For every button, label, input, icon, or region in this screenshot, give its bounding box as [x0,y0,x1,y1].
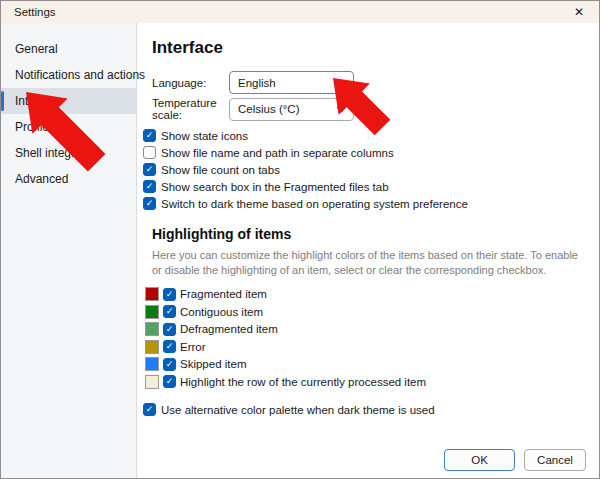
language-label: Language: [152,77,229,89]
option-label: Show file count on tabs [161,164,280,176]
checkbox[interactable]: ✓ [143,163,156,176]
interface-options: ✓ Show state icons Show file name and pa… [143,127,599,212]
temperature-select[interactable]: Celsius (°C) [229,98,354,121]
language-select[interactable]: English [229,71,354,94]
sidebar-item[interactable]: Interface [1,88,136,114]
sidebar-item[interactable]: Profiles [1,114,136,140]
checkbox[interactable] [143,146,156,159]
chevron-down-icon [337,103,347,113]
checkbox[interactable]: ✓ [163,323,176,336]
option-label: Show state icons [161,130,248,142]
sidebar-item-label: General [15,42,58,56]
sidebar-item-label: Advanced [15,172,68,186]
highlight-row: ✓ Error [145,339,599,354]
checkbox[interactable]: ✓ [163,340,176,353]
color-swatch[interactable] [145,357,159,371]
option-row[interactable]: ✓ Switch to dark theme based on operatin… [143,195,599,212]
checkbox[interactable]: ✓ [143,129,156,142]
alt-palette-label: Use alternative color palette when dark … [161,404,435,416]
highlight-label: Contiguous item [180,306,263,318]
sidebar-item[interactable]: Notifications and actions [1,62,136,88]
highlight-items: ✓ Fragmented item ✓ Contiguous item ✓ De… [145,287,599,390]
ok-button[interactable]: OK [444,449,515,471]
option-row[interactable]: Show file name and path in separate colu… [143,144,599,161]
highlight-label: Defragmented item [180,323,278,335]
color-swatch[interactable] [145,322,159,336]
window-body: General Notifications and actions Interf… [1,23,599,478]
temperature-row: Temperature scale: Celsius (°C) [152,97,599,121]
cancel-button[interactable]: Cancel [524,449,586,471]
window-title: Settings [14,6,56,18]
chevron-down-icon [337,76,347,86]
sidebar-item[interactable]: Shell integration [1,140,136,166]
close-button[interactable]: ✕ [559,1,599,23]
sidebar: General Notifications and actions Interf… [1,23,137,478]
option-row[interactable]: ✓ Show search box in the Fragmented file… [143,178,599,195]
highlight-row: ✓ Contiguous item [145,304,599,319]
highlight-row: ✓ Defragmented item [145,322,599,337]
option-label: Show file name and path in separate colu… [161,147,394,159]
highlight-row: ✓ Skipped item [145,357,599,372]
color-swatch[interactable] [145,375,159,389]
sidebar-item-label: Interface [15,94,62,108]
highlight-label: Fragmented item [180,288,267,300]
highlight-label: Highlight the row of the currently proce… [180,376,426,388]
option-row[interactable]: ✓ Show state icons [143,127,599,144]
title-bar: Settings ✕ [1,1,599,23]
language-value: English [238,77,276,89]
checkbox[interactable]: ✓ [163,358,176,371]
sidebar-item-label: Notifications and actions [15,68,145,82]
language-row: Language: English [152,71,599,94]
color-swatch[interactable] [145,287,159,301]
alt-palette-row[interactable]: ✓ Use alternative color palette when dar… [143,403,599,416]
main-panel: Interface Language: English Temperature … [137,23,599,478]
highlight-label: Error [180,341,206,353]
checkbox[interactable]: ✓ [143,197,156,210]
temperature-value: Celsius (°C) [238,103,299,115]
checkbox[interactable]: ✓ [163,288,176,301]
settings-window: Settings ✕ General Notifications and act… [0,0,600,479]
option-label: Show search box in the Fragmented files … [161,181,389,193]
checkbox[interactable]: ✓ [143,403,156,416]
color-swatch[interactable] [145,305,159,319]
checkbox[interactable]: ✓ [163,305,176,318]
option-label: Switch to dark theme based on operating … [161,198,468,210]
highlighting-description: Here you can customize the highlight col… [152,248,589,278]
highlight-row: ✓ Highlight the row of the currently pro… [145,374,599,389]
highlight-label: Skipped item [180,358,246,370]
highlighting-section-title: Highlighting of items [152,226,599,242]
highlight-row: ✓ Fragmented item [145,287,599,302]
sidebar-item[interactable]: Advanced [1,166,136,192]
color-swatch[interactable] [145,340,159,354]
dialog-footer: OK Cancel [444,449,586,471]
sidebar-item-label: Profiles [15,120,55,134]
checkbox[interactable]: ✓ [163,375,176,388]
temperature-label: Temperature scale: [152,97,229,121]
sidebar-item[interactable]: General [1,36,136,62]
option-row[interactable]: ✓ Show file count on tabs [143,161,599,178]
sidebar-item-label: Shell integration [15,146,101,160]
close-icon: ✕ [574,5,584,19]
page-title: Interface [152,38,599,58]
checkbox[interactable]: ✓ [143,180,156,193]
